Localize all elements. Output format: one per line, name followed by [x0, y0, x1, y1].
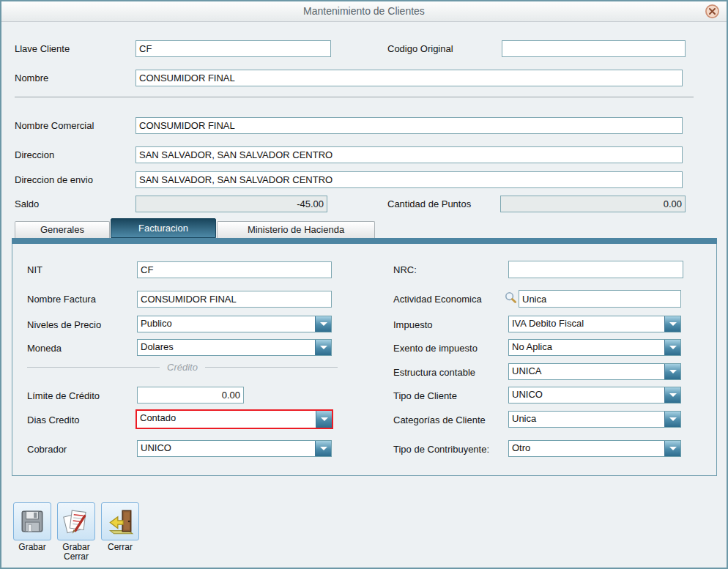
credito-group-title: Crédito — [160, 362, 205, 373]
nombre-field[interactable] — [135, 70, 683, 86]
llave-cliente-label: Llave Cliente — [15, 43, 70, 54]
chevron-down-icon[interactable] — [315, 441, 331, 456]
tab-ministerio-hacienda[interactable]: Ministerio de Hacienda — [217, 221, 375, 238]
categorias-cliente-dropdown[interactable]: Unica — [508, 411, 681, 428]
cerrar-button-label: Cerrar — [95, 543, 145, 552]
cobrador-dropdown[interactable]: UNICO — [137, 440, 332, 457]
grabar-button[interactable]: Grabar — [13, 502, 51, 552]
direccion-envio-field[interactable] — [135, 171, 683, 188]
impuesto-dropdown[interactable]: IVA Debito Fiscal — [508, 316, 681, 332]
tab-facturacion[interactable]: Facturacion — [111, 218, 216, 238]
magnifier-icon[interactable] — [504, 291, 518, 305]
cobrador-label: Cobrador — [27, 444, 67, 455]
direccion-label: Direccion — [15, 149, 54, 160]
estructura-contable-value: UNICA — [509, 364, 664, 379]
chevron-down-icon[interactable] — [664, 441, 680, 456]
close-icon[interactable] — [705, 4, 720, 19]
llave-cliente-field[interactable] — [135, 40, 331, 57]
chevron-down-icon[interactable] — [316, 411, 332, 428]
chevron-down-icon[interactable] — [664, 340, 680, 355]
moneda-dropdown[interactable]: Dolares — [137, 339, 332, 356]
nombre-factura-label: Nombre Factura — [27, 294, 96, 305]
grabar-cerrar-button[interactable]: Grabar Cerrar — [57, 502, 95, 562]
categorias-cliente-value: Unica — [509, 412, 664, 427]
nrc-label: NRC: — [393, 264, 417, 275]
grabar-button-label: Grabar — [7, 543, 57, 552]
chevron-down-icon[interactable] — [315, 340, 331, 355]
cantidad-puntos-field — [500, 196, 686, 212]
direccion-envio-label: Direccion de envio — [15, 174, 93, 185]
dias-credito-dropdown[interactable]: Contado — [135, 409, 333, 429]
dias-credito-value: Contado — [137, 411, 316, 428]
impuesto-value: IVA Debito Fiscal — [509, 316, 664, 332]
window-title: Mantenimiento de Clientes — [1, 1, 727, 21]
niveles-precio-value: Publico — [138, 316, 315, 332]
tipo-contribuyente-label: Tipo de Contribuyente: — [393, 444, 489, 455]
limite-credito-field[interactable] — [137, 387, 244, 403]
cantidad-puntos-label: Cantidad de Puntos — [387, 198, 471, 209]
nombre-comercial-label: Nombre Comercial — [15, 120, 94, 131]
chevron-down-icon[interactable] — [315, 316, 331, 332]
estructura-contable-label: Estructura contable — [393, 367, 475, 378]
niveles-precio-dropdown[interactable]: Publico — [137, 316, 332, 332]
categorias-cliente-label: Categorías de Cliente — [393, 414, 486, 425]
direccion-field[interactable] — [135, 146, 683, 163]
cobrador-value: UNICO — [138, 441, 315, 456]
exento-impuesto-dropdown[interactable]: No Aplica — [508, 339, 681, 356]
tipo-cliente-label: Tipo de Cliente — [393, 390, 457, 401]
tab-generales[interactable]: Generales — [15, 221, 110, 238]
saldo-label: Saldo — [15, 198, 39, 209]
niveles-precio-label: Niveles de Precio — [27, 319, 101, 330]
grabar-cerrar-button-label: Grabar Cerrar — [51, 543, 101, 562]
limite-credito-label: Límite de Crédito — [27, 390, 100, 401]
nit-label: NIT — [27, 264, 42, 275]
moneda-label: Moneda — [27, 343, 62, 354]
impuesto-label: Impuesto — [393, 319, 432, 330]
actividad-economica-label: Actividad Economica — [393, 294, 482, 305]
estructura-contable-dropdown[interactable]: UNICA — [508, 363, 681, 380]
tab-strip-bar — [12, 238, 717, 244]
tipo-contribuyente-value: Otro — [509, 441, 664, 456]
exento-impuesto-value: No Aplica — [509, 340, 664, 355]
nombre-label: Nombre — [15, 72, 48, 83]
chevron-down-icon[interactable] — [664, 364, 680, 379]
credito-group-divider: Crédito — [27, 362, 338, 373]
moneda-value: Dolares — [138, 340, 315, 355]
dias-credito-label: Dias Credito — [27, 414, 80, 425]
notes-pen-icon — [62, 507, 91, 536]
cerrar-button[interactable]: Cerrar — [101, 502, 139, 552]
tipo-contribuyente-dropdown[interactable]: Otro — [508, 440, 681, 457]
floppy-disk-icon — [18, 507, 46, 535]
exit-door-icon — [105, 507, 135, 536]
nrc-field[interactable] — [508, 261, 683, 278]
nit-field[interactable] — [137, 261, 332, 278]
chevron-down-icon[interactable] — [664, 316, 680, 332]
tipo-cliente-dropdown[interactable]: UNICO — [508, 387, 681, 403]
client-maintenance-window: Mantenimiento de Clientes Llave Cliente … — [0, 0, 728, 569]
nombre-factura-field[interactable] — [137, 291, 332, 308]
saldo-field — [135, 196, 327, 212]
actividad-economica-field[interactable] — [519, 290, 681, 308]
exento-impuesto-label: Exento de impuesto — [393, 343, 478, 354]
title-bar: Mantenimiento de Clientes — [1, 1, 727, 22]
section-divider — [15, 97, 694, 97]
codigo-original-label: Codigo Original — [387, 43, 453, 54]
chevron-down-icon[interactable] — [664, 412, 680, 427]
codigo-original-field[interactable] — [502, 40, 686, 57]
chevron-down-icon[interactable] — [664, 387, 680, 403]
tipo-cliente-value: UNICO — [509, 387, 664, 403]
nombre-comercial-field[interactable] — [135, 117, 683, 134]
